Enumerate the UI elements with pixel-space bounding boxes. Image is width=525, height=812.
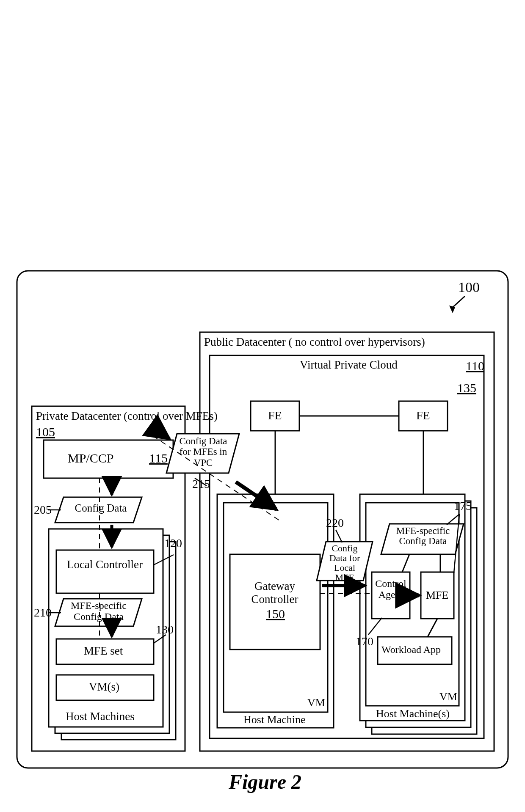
config-local-mfe-label: Config Data for Local MFE: [324, 543, 365, 582]
mfe-set-ref: 130: [156, 623, 174, 636]
control-agent-ref: 170: [356, 635, 373, 648]
svg-line-17: [156, 429, 169, 439]
workload-host-label: Host Machine(s): [376, 707, 450, 720]
mfe-specific-config-label-private: MFE-specific Config Data: [64, 600, 133, 622]
mpccp-ref: 115: [149, 451, 168, 465]
figure-caption: Figure 2: [229, 770, 301, 793]
private-dc-title: Private Datacenter (control over MFEs): [36, 410, 218, 423]
workload-app-label: Workload App: [381, 644, 441, 655]
vpc-title: Virtual Private Cloud: [300, 358, 398, 372]
private-dc-ref: 105: [36, 425, 55, 439]
public-dc-ref: 110: [466, 359, 484, 373]
local-controller-box: [56, 550, 154, 593]
gateway-controller-label: Gateway Controller: [235, 580, 315, 606]
config-data-label: Config Data: [69, 502, 132, 514]
mfe-label: MFE: [426, 589, 448, 602]
mfe-specific-config-ref-public: 175: [454, 499, 472, 513]
fe1-label: FE: [268, 409, 282, 422]
gateway-vm-label: VM: [307, 696, 325, 709]
config-local-mfe-ref: 220: [326, 516, 344, 530]
public-dc-title: Public Datacenter ( no control over hype…: [204, 336, 425, 349]
vpc-ref: 135: [457, 381, 476, 395]
control-agent-label: Control Agent: [371, 578, 410, 600]
gateway-host-label: Host Machine: [243, 713, 306, 726]
config-vpc-label: Config Data for MFEs in VPC: [178, 436, 229, 468]
workload-vm-label: VM: [439, 691, 457, 703]
vms-label: VM(s): [89, 680, 119, 694]
top-ref: [449, 296, 465, 313]
mpccp-label: MP/CCP: [68, 451, 113, 465]
top-ref-number: 100: [458, 279, 480, 295]
config-vpc-ref: 215: [192, 477, 210, 491]
mfe-specific-config-label-public: MFE-specific Config Data: [391, 526, 455, 546]
gateway-controller-ref: 150: [266, 607, 285, 621]
fe2-label: FE: [416, 409, 430, 422]
config-data-ref: 205: [34, 503, 52, 517]
leader-220: [336, 530, 342, 542]
mfe-specific-config-ref-private: 210: [34, 606, 52, 619]
mfe-set-label: MFE set: [84, 644, 123, 658]
local-controller-ref: 120: [164, 537, 182, 550]
host-machines-label: Host Machines: [66, 710, 135, 723]
local-controller-label: Local Controller: [59, 558, 150, 571]
